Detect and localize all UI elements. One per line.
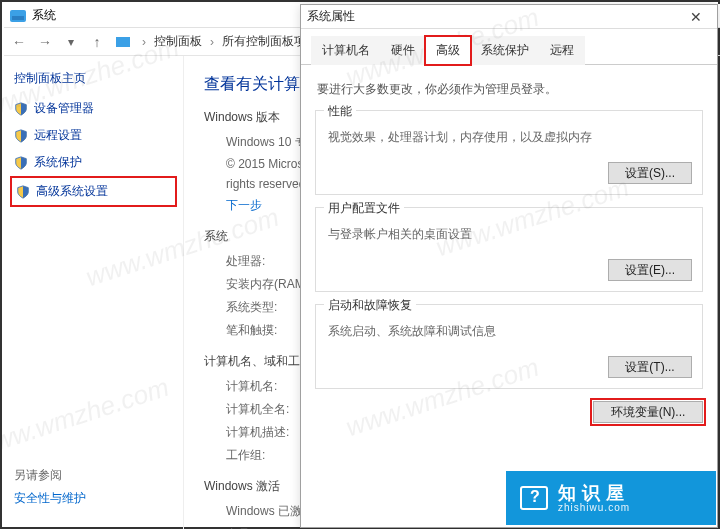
startup-recovery-settings-button[interactable]: 设置(T)... (608, 356, 692, 378)
breadcrumb-item[interactable]: 控制面板 (154, 33, 202, 50)
window-frame: 系统 ← → ▾ ↑ › 控制面板 › 所有控制面板项 › 控制面板主页 设备管… (0, 0, 720, 529)
breadcrumb-icon (116, 37, 130, 47)
tab-system-protection[interactable]: 系统保护 (470, 36, 540, 65)
back-button[interactable]: ← (8, 32, 30, 52)
sidebar-item-advanced-system-settings[interactable]: 高级系统设置 (10, 176, 177, 207)
sidebar-item-label: 高级系统设置 (36, 183, 108, 200)
dialog-tabs: 计算机名 硬件 高级 系统保护 远程 (301, 29, 717, 65)
sidebar-heading[interactable]: 控制面板主页 (14, 70, 177, 87)
see-also-label: 另请参阅 (14, 467, 177, 484)
forward-button[interactable]: → (34, 32, 56, 52)
group-title: 启动和故障恢复 (324, 297, 416, 314)
group-startup-recovery: 启动和故障恢复 系统启动、系统故障和调试信息 设置(T)... (315, 304, 703, 389)
chevron-right-icon: › (138, 35, 150, 49)
cp-title: 系统 (32, 7, 56, 24)
brand-icon (520, 486, 548, 510)
tab-hardware[interactable]: 硬件 (380, 36, 426, 65)
group-title: 性能 (324, 103, 356, 120)
group-user-profiles: 用户配置文件 与登录帐户相关的桌面设置 设置(E)... (315, 207, 703, 292)
shield-icon (16, 185, 30, 199)
shield-icon (14, 102, 28, 116)
chevron-right-icon: › (206, 35, 218, 49)
system-icon (10, 10, 26, 22)
sidebar-item-remote-settings[interactable]: 远程设置 (10, 122, 177, 149)
tab-remote[interactable]: 远程 (539, 36, 585, 65)
performance-settings-button[interactable]: 设置(S)... (608, 162, 692, 184)
group-desc: 视觉效果，处理器计划，内存使用，以及虚拟内存 (328, 129, 692, 146)
sidebar-item-label: 设备管理器 (34, 100, 94, 117)
tab-advanced[interactable]: 高级 (425, 36, 471, 65)
system-properties-dialog: 系统属性 ✕ 计算机名 硬件 高级 系统保护 远程 要进行大多数更改，你必须作为… (300, 4, 718, 528)
sidebar-bottom: 另请参阅 安全性与维护 (10, 467, 177, 507)
environment-variables-button[interactable]: 环境变量(N)... (593, 401, 703, 423)
admin-note: 要进行大多数更改，你必须作为管理员登录。 (317, 81, 703, 98)
group-desc: 与登录帐户相关的桌面设置 (328, 226, 692, 243)
see-also-link[interactable]: 安全性与维护 (14, 490, 177, 507)
sidebar: 控制面板主页 设备管理器 远程设置 系统保护 高级系统设置 (4, 56, 184, 529)
brand-cn: 知识屋 (558, 484, 630, 502)
group-desc: 系统启动、系统故障和调试信息 (328, 323, 692, 340)
dialog-titlebar: 系统属性 ✕ (301, 5, 717, 29)
tab-computer-name[interactable]: 计算机名 (311, 36, 381, 65)
brand-watermark: 知识屋 zhishiwu.com (506, 471, 716, 525)
sidebar-item-device-manager[interactable]: 设备管理器 (10, 95, 177, 122)
sidebar-item-label: 系统保护 (34, 154, 82, 171)
brand-en: zhishiwu.com (558, 502, 630, 513)
group-title: 用户配置文件 (324, 200, 404, 217)
dialog-title: 系统属性 (307, 8, 355, 25)
sidebar-item-system-protection[interactable]: 系统保护 (10, 149, 177, 176)
shield-icon (14, 129, 28, 143)
shield-icon (14, 156, 28, 170)
close-button[interactable]: ✕ (681, 7, 711, 27)
up-button[interactable]: ↑ (86, 32, 108, 52)
history-dropdown[interactable]: ▾ (60, 32, 82, 52)
user-profiles-settings-button[interactable]: 设置(E)... (608, 259, 692, 281)
group-performance: 性能 视觉效果，处理器计划，内存使用，以及虚拟内存 设置(S)... (315, 110, 703, 195)
dialog-body: 要进行大多数更改，你必须作为管理员登录。 性能 视觉效果，处理器计划，内存使用，… (301, 65, 717, 431)
breadcrumb-item[interactable]: 所有控制面板项 (222, 33, 306, 50)
sidebar-item-label: 远程设置 (34, 127, 82, 144)
